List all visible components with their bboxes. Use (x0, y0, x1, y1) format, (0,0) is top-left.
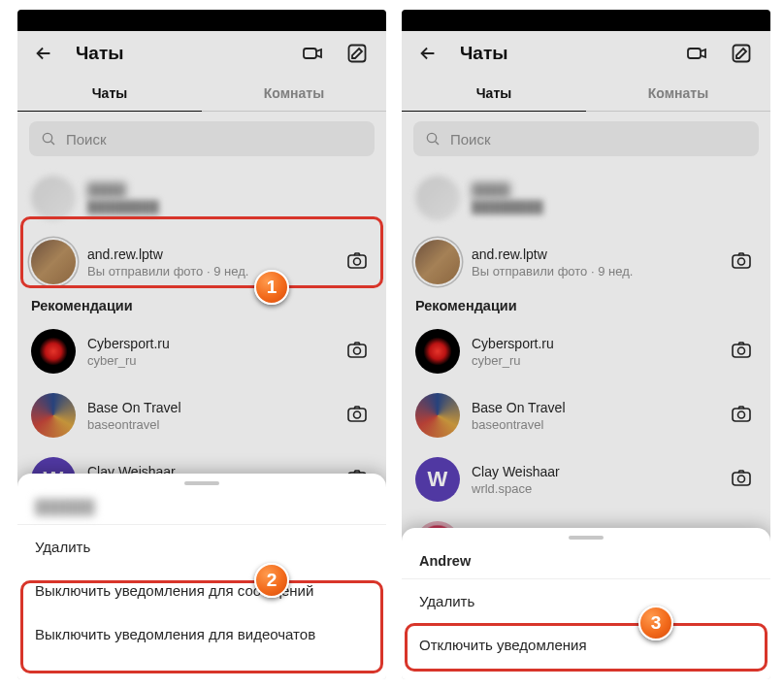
sheet-mute-video[interactable]: Выключить уведомления для видеочатов (17, 612, 386, 656)
action-sheet: ██████ Удалить Выключить уведомления для… (17, 474, 386, 679)
chat-row[interactable]: and.rew.lptw Вы отправили фото · 9 нед. (17, 230, 386, 294)
avatar (31, 393, 76, 438)
recommendations-label: Рекомендации (402, 294, 770, 319)
back-icon[interactable] (27, 37, 60, 70)
video-call-icon[interactable] (681, 38, 712, 69)
svg-rect-14 (733, 255, 750, 268)
chat-name: ████ (87, 182, 373, 198)
chat-row-blurred[interactable]: ████ ████████ (17, 166, 386, 230)
sheet-title: Andrew (402, 545, 770, 578)
search-input[interactable]: Поиск (413, 121, 759, 156)
avatar (31, 240, 76, 284)
camera-icon[interactable] (726, 245, 757, 279)
svg-point-13 (427, 133, 436, 142)
camera-icon[interactable] (342, 398, 373, 433)
search-input[interactable]: Поиск (29, 121, 375, 156)
compose-icon[interactable] (726, 38, 757, 69)
chat-row[interactable]: and.rew.lptw Вы отправили фото · 9 нед. (402, 230, 770, 294)
avatar (415, 329, 460, 374)
search-placeholder: Поиск (450, 131, 491, 148)
svg-rect-1 (349, 46, 366, 62)
camera-icon[interactable] (726, 462, 757, 497)
page-title: Чаты (76, 43, 297, 64)
header: Чаты (402, 31, 770, 76)
rec-name: Cybersport.ru (87, 336, 330, 351)
svg-point-8 (354, 411, 361, 418)
camera-icon[interactable] (726, 334, 757, 369)
rec-sub: baseontravel (472, 417, 714, 432)
right-screenshot: Чаты Чаты Комнаты Поиск (402, 10, 770, 679)
svg-point-19 (738, 411, 745, 418)
sheet-mute-messages[interactable]: Выключить уведомления для сообщений (17, 569, 386, 612)
camera-icon[interactable] (726, 398, 757, 433)
svg-point-6 (354, 347, 361, 354)
left-screenshot: Чаты Чаты Комнаты Поиск (17, 10, 386, 679)
rec-row[interactable]: Cybersport.ru cyber_ru (402, 319, 770, 383)
video-call-icon[interactable] (297, 38, 328, 69)
rec-sub: wrld.space (472, 481, 714, 496)
avatar: W (415, 457, 460, 502)
svg-rect-11 (688, 49, 701, 58)
back-icon[interactable] (411, 37, 444, 70)
rec-name: Clay Weishaar (472, 464, 714, 479)
sheet-delete[interactable]: Удалить (17, 525, 386, 569)
rec-row[interactable]: W Clay Weishaar wrld.space (402, 447, 770, 511)
svg-point-2 (43, 133, 51, 142)
chat-sub: Вы отправили фото · 9 нед. (472, 264, 714, 279)
avatar (31, 329, 76, 374)
svg-rect-20 (733, 473, 750, 485)
svg-rect-18 (733, 409, 750, 421)
tab-rooms[interactable]: Комнаты (202, 76, 386, 111)
tabs: Чаты Комнаты (402, 76, 770, 112)
action-sheet: Andrew Удалить Отключить уведомления (402, 528, 770, 679)
svg-rect-7 (348, 409, 366, 421)
chat-name: ████ (472, 182, 757, 198)
recommendations-label: Рекомендации (17, 294, 386, 319)
rec-sub: cyber_ru (472, 353, 714, 368)
svg-point-15 (738, 258, 745, 265)
status-bar (402, 10, 770, 31)
chat-name: and.rew.lptw (472, 246, 714, 262)
svg-point-17 (738, 347, 745, 354)
sheet-handle[interactable] (569, 536, 604, 540)
sheet-handle[interactable] (184, 481, 219, 485)
search-icon (41, 131, 56, 147)
svg-point-4 (354, 258, 361, 265)
chat-sub: ████████ (87, 200, 373, 214)
rec-row[interactable]: Cybersport.ru cyber_ru (17, 319, 386, 383)
rec-row[interactable]: Base On Travel baseontravel (402, 383, 770, 447)
sheet-disable-notifications[interactable]: Отключить уведомления (402, 623, 770, 667)
rec-name: Base On Travel (87, 400, 330, 415)
tab-chats[interactable]: Чаты (17, 76, 202, 112)
chat-sub: ████████ (472, 200, 757, 214)
page-title: Чаты (460, 43, 681, 64)
rec-sub: cyber_ru (87, 353, 330, 368)
status-bar (17, 10, 386, 31)
svg-rect-16 (733, 344, 750, 357)
chat-row-blurred[interactable]: ████ ████████ (402, 166, 770, 230)
rec-name: Base On Travel (472, 400, 714, 415)
svg-rect-3 (348, 255, 366, 268)
rec-name: Cybersport.ru (472, 336, 714, 351)
tab-chats[interactable]: Чаты (402, 76, 586, 112)
rec-row[interactable]: Base On Travel baseontravel (17, 383, 386, 447)
rec-sub: baseontravel (87, 417, 330, 432)
svg-rect-12 (734, 46, 750, 62)
svg-rect-5 (348, 344, 366, 357)
camera-icon[interactable] (342, 334, 373, 369)
avatar (415, 176, 460, 220)
avatar (415, 240, 460, 284)
svg-rect-0 (304, 49, 316, 58)
search-icon (425, 131, 441, 147)
chat-name: and.rew.lptw (87, 246, 330, 262)
avatar (415, 393, 460, 438)
camera-icon[interactable] (342, 245, 373, 279)
svg-point-21 (738, 476, 745, 482)
sheet-delete[interactable]: Удалить (402, 579, 770, 623)
tab-rooms[interactable]: Комнаты (586, 76, 770, 111)
chat-sub: Вы отправили фото · 9 нед. (87, 264, 330, 279)
avatar (31, 176, 76, 220)
header: Чаты (17, 31, 386, 76)
sheet-title: ██████ (17, 491, 386, 524)
compose-icon[interactable] (342, 38, 373, 69)
